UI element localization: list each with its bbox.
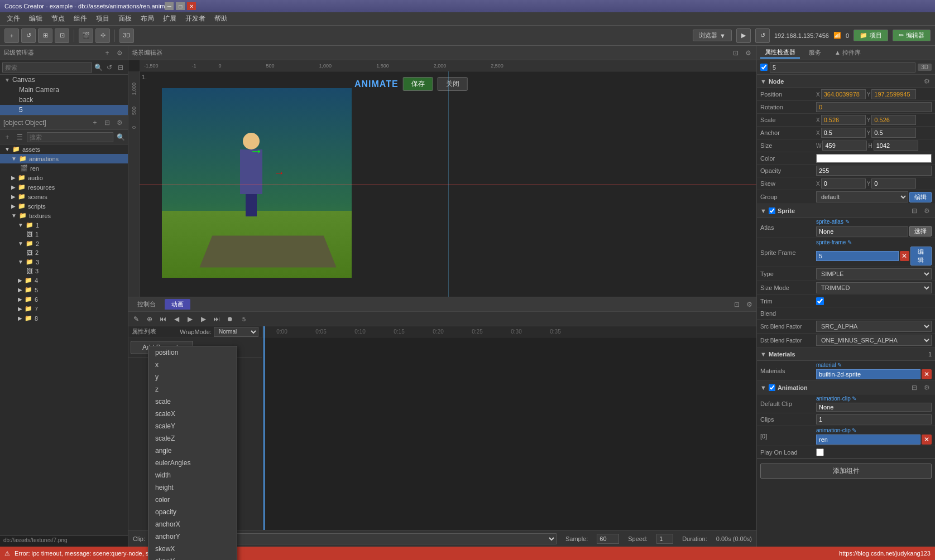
drop-item-anchorY[interactable]: anchorY [148, 530, 237, 543]
menu-panel[interactable]: 面板 [114, 13, 136, 25]
asset-item-tex1[interactable]: ▼ 📁 1 [0, 220, 128, 230]
hierarchy-collapse-icon[interactable]: ⊟ [116, 62, 126, 73]
color-swatch[interactable] [816, 154, 932, 163]
anim-record-icon[interactable]: ⏺ [224, 313, 236, 325]
sprite-frame-del-button[interactable]: ✕ [900, 251, 909, 261]
position-y-input[interactable] [871, 89, 916, 99]
drop-item-eulerAngles[interactable]: eulerAngles [148, 457, 237, 469]
default-clip-input[interactable] [816, 403, 932, 412]
editor-button[interactable]: ✏ 编辑器 [893, 30, 931, 41]
hierarchy-search-input[interactable] [2, 62, 92, 73]
asset-item-scenes[interactable]: ▶ 📁 scenes [0, 192, 128, 201]
speed-input[interactable] [656, 534, 673, 544]
section-node[interactable]: ▼ Node ⚙ [757, 75, 935, 88]
blog-link[interactable]: https://blog.csdn.net/judykang123 [839, 550, 931, 557]
menu-extend[interactable]: 扩展 [159, 13, 181, 25]
menu-developer[interactable]: 开发者 [181, 13, 210, 25]
trim-checkbox[interactable] [816, 297, 824, 305]
anim-goto-start-icon[interactable]: ⏮ [157, 313, 169, 325]
anchor-y-input[interactable] [871, 128, 916, 138]
tab-inspector[interactable]: 属性检查器 [760, 47, 800, 59]
tab-console[interactable]: 控制台 [131, 299, 162, 310]
drop-item-scale[interactable]: scale [148, 395, 237, 408]
assets-search-input[interactable] [27, 132, 113, 142]
position-x-input[interactable] [821, 89, 866, 99]
assets-settings-icon[interactable]: ⚙ [114, 118, 124, 128]
asset-item-tex2-img[interactable]: 🖼 2 [0, 248, 128, 257]
hierarchy-add-icon[interactable]: + [102, 48, 112, 58]
drop-item-opacity[interactable]: opacity [148, 506, 237, 518]
anim-play-icon[interactable]: ▶ [184, 313, 195, 325]
node-enabled-checkbox[interactable] [760, 64, 768, 71]
menu-file[interactable]: 文件 [2, 13, 25, 25]
asset-item-tex7[interactable]: ▶ 📁 7 [0, 304, 128, 313]
menu-project[interactable]: 项目 [92, 13, 114, 25]
menu-help[interactable]: 帮助 [210, 13, 232, 25]
anim-next-frame-icon[interactable]: ▶ [198, 313, 209, 325]
scale-x-input[interactable] [821, 115, 866, 125]
group-edit-button[interactable]: 编辑 [909, 192, 932, 202]
tree-item-maincamera[interactable]: Main Camera [0, 85, 128, 95]
anchor-x-input[interactable] [821, 128, 866, 138]
add-button[interactable]: + [4, 28, 19, 43]
scene-expand-icon[interactable]: ⊡ [731, 48, 741, 58]
grid-button[interactable]: ⊞ [38, 28, 52, 43]
assets-add-icon[interactable]: + [90, 118, 100, 128]
drop-item-skewX[interactable]: skewX [148, 543, 237, 555]
asset-item-audio[interactable]: ▶ 📁 audio [0, 173, 128, 182]
skew-x-input[interactable] [821, 178, 866, 189]
hierarchy-refresh-icon[interactable]: ↺ [104, 62, 114, 73]
sprite-frame-edit-button[interactable]: 编辑 [910, 247, 932, 265]
scale-y-input[interactable] [871, 115, 916, 125]
rotation-input[interactable] [816, 102, 932, 112]
project-button[interactable]: 📁 项目 [854, 30, 888, 41]
atlas-input[interactable] [816, 226, 908, 236]
asset-item-resources[interactable]: ▶ 📁 resources [0, 182, 128, 192]
asset-item-scripts[interactable]: ▶ 📁 scripts [0, 201, 128, 211]
menu-node[interactable]: 节点 [47, 13, 69, 25]
drop-item-y[interactable]: y [148, 371, 237, 383]
save-button[interactable]: 保存 [403, 77, 433, 91]
drop-item-angle[interactable]: angle [148, 445, 237, 457]
asset-item-tex2[interactable]: ▼ 📁 2 [0, 239, 128, 248]
menu-edit[interactable]: 编辑 [25, 13, 47, 25]
tab-animation[interactable]: 动画 [165, 299, 190, 310]
section-materials[interactable]: ▼ Materials 1 [757, 347, 935, 361]
size-mode-select[interactable]: TRIMMED RAW CUSTOM [816, 282, 932, 293]
assets-add-btn[interactable]: + [2, 132, 12, 142]
wrapmode-select[interactable]: Normal Loop PingPong [214, 327, 258, 337]
drop-item-width[interactable]: width [148, 469, 237, 481]
sprite-enabled-checkbox[interactable] [769, 207, 775, 214]
drop-item-scaleY[interactable]: scaleY [148, 420, 237, 432]
tree-item-5[interactable]: 5 [0, 105, 128, 115]
clips-0-del-button[interactable]: ✕ [922, 435, 932, 445]
play-button[interactable]: ▶ [736, 28, 751, 43]
close-button[interactable]: 关闭 [438, 77, 468, 91]
skew-y-input[interactable] [871, 178, 916, 189]
animation-copy-icon[interactable]: ⊟ [909, 383, 919, 393]
settings-button[interactable]: ⊡ [55, 28, 69, 43]
maximize-button[interactable]: □ [176, 2, 185, 10]
refresh-preview-button[interactable]: ↺ [755, 28, 770, 43]
scene-settings-icon[interactable]: ⚙ [743, 48, 753, 58]
drop-item-anchorX[interactable]: anchorX [148, 518, 237, 530]
close-button[interactable]: ✕ [187, 2, 196, 10]
tree-item-canvas[interactable]: ▼ Canvas [0, 75, 128, 85]
sprite-settings-icon[interactable]: ⚙ [922, 206, 932, 216]
drop-item-color[interactable]: color [148, 494, 237, 506]
animation-enabled-checkbox[interactable] [769, 384, 775, 391]
material-del-button[interactable]: ✕ [922, 369, 932, 379]
section-sprite[interactable]: ▼ Sprite ⊟ ⚙ [757, 204, 935, 218]
src-blend-select[interactable]: SRC_ALPHA [816, 321, 932, 332]
assets-sort-icon[interactable]: ⊟ [102, 118, 112, 128]
asset-item-tex5[interactable]: ▶ 📁 5 [0, 285, 128, 295]
opacity-input[interactable] [816, 166, 932, 176]
asset-item-tex1-img[interactable]: 🖼 1 [0, 230, 128, 239]
asset-item-assets[interactable]: ▼ 📁 assets [0, 144, 128, 154]
asset-item-tex8[interactable]: ▶ 📁 8 [0, 313, 128, 323]
drop-item-skewY[interactable]: skewY [148, 555, 237, 560]
menu-component[interactable]: 组件 [69, 13, 92, 25]
type-select[interactable]: SIMPLE SLICED TILED FILLED [816, 268, 932, 279]
scene-button[interactable]: 🎬 [79, 28, 93, 43]
node-settings-icon[interactable]: ⚙ [922, 76, 932, 86]
